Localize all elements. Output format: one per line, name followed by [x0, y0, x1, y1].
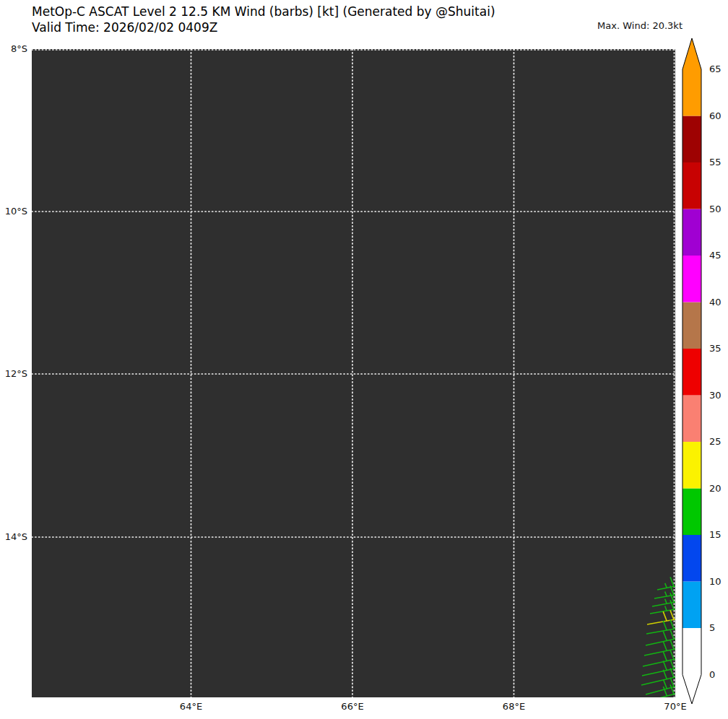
colorbar-tick-label: 15 [709, 529, 728, 541]
colorbar-segment-10-15 [682, 535, 701, 582]
colorbar-tick-label: 45 [709, 250, 728, 261]
x-axis-tick-label: 64°E [170, 701, 213, 713]
colorbar-segment-15-20 [682, 489, 701, 536]
wind-barb-half-tick [665, 599, 667, 604]
y-axis-tick-label: 8°S [0, 43, 27, 55]
colorbar-tick-label: 0 [709, 669, 728, 681]
colorbar-tick-label: 50 [709, 204, 728, 215]
wind-barb-full-tick [670, 619, 674, 629]
wind-barb-full-tick [670, 629, 674, 639]
max-wind-annotation: Max. Wind: 20.3kt [597, 20, 682, 31]
x-axis-tick-label: 68°E [493, 701, 536, 713]
colorbar-segment-40-45 [682, 256, 701, 302]
wind-barb-half-tick [665, 606, 667, 611]
colorbar-tick-label: 65 [709, 64, 728, 75]
wind-barb-full-tick [670, 659, 674, 668]
y-axis-tick-label: 10°S [0, 206, 27, 217]
colorbar-tick-label: 55 [709, 157, 728, 168]
wind-barb [642, 659, 675, 676]
colorbar-segment-0-5 [682, 628, 701, 675]
wind-barb-staff [649, 694, 675, 697]
colorbar-tick-label: 10 [709, 576, 728, 588]
y-axis-tick-label: 14°S [0, 531, 27, 543]
colorbar-extend-top-arrow [682, 38, 701, 69]
wind-barb-full-tick [663, 661, 667, 671]
wind-barb-layer [32, 49, 675, 697]
colorbar-tick-label: 20 [709, 483, 728, 494]
colorbar-segment-25-30 [682, 396, 701, 443]
colorbar-segment-45-50 [682, 209, 701, 256]
wind-barb-full-tick [670, 577, 674, 586]
colorbar-segment-35-40 [682, 302, 701, 349]
chart-title: MetOp-C ASCAT Level 2 12.5 KM Wind (barb… [32, 4, 495, 19]
x-axis-tick-label: 66°E [331, 701, 374, 713]
colorbar-extend-bottom-arrow [682, 675, 701, 705]
colorbar-segment-5-10 [682, 582, 701, 629]
colorbar-segment-55-60 [682, 116, 701, 163]
wind-barb-full-tick [663, 641, 667, 650]
wind-barb [657, 577, 675, 590]
wind-barb-half-tick [665, 592, 667, 597]
wind-barb-full-tick [663, 652, 667, 661]
wind-barb-full-tick [670, 610, 674, 619]
y-axis-tick-label: 12°S [0, 368, 27, 380]
wind-barb-full-tick [663, 621, 667, 630]
colorbar-segment-30-35 [682, 349, 701, 396]
wind-barb-full-tick [670, 640, 674, 649]
wind-barb [650, 600, 675, 614]
colorbar [682, 35, 703, 707]
wind-barb-full-tick [663, 632, 667, 641]
colorbar-tick-label: 40 [709, 297, 728, 308]
colorbar-tick-label: 30 [709, 390, 728, 401]
title-block: MetOp-C ASCAT Level 2 12.5 KM Wind (barb… [32, 4, 495, 35]
chart-subtitle: Valid Time: 2026/02/02 0409Z [32, 19, 495, 35]
wind-barb-full-tick [663, 611, 667, 621]
colorbar-tick-label: 25 [709, 436, 728, 448]
wind-barb [641, 668, 675, 685]
colorbar-tick-label: 5 [709, 622, 728, 634]
wind-barb [649, 685, 675, 697]
wind-barb-full-tick [670, 650, 674, 659]
ascat-wind-figure: MetOp-C ASCAT Level 2 12.5 KM Wind (barb… [0, 0, 728, 719]
wind-barb-half-tick [665, 583, 667, 588]
wind-barb [646, 629, 675, 645]
colorbar-segment-20-25 [682, 442, 701, 489]
colorbar-tick-label: 60 [709, 110, 728, 122]
colorbar-segment-50-55 [682, 162, 701, 209]
colorbar-segment-60-65 [682, 69, 701, 116]
colorbar-tick-label: 35 [709, 343, 728, 354]
map-plot-area [32, 49, 675, 697]
